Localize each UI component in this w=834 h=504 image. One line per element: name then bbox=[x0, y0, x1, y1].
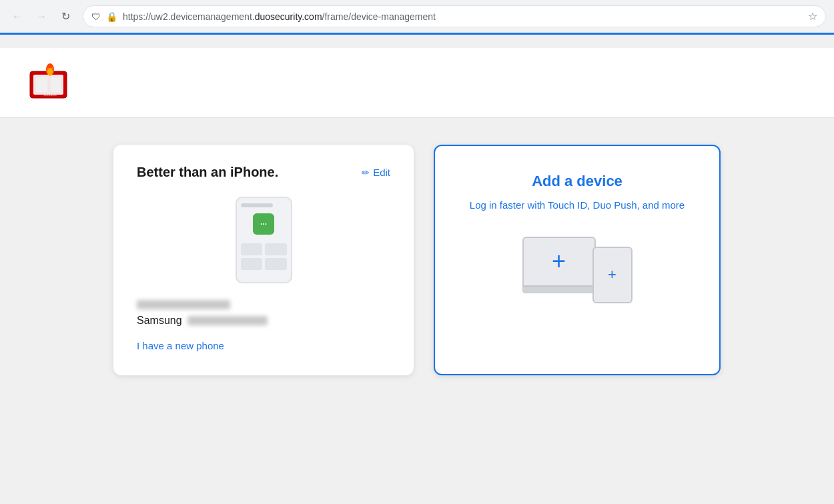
edit-icon: ✏ bbox=[362, 167, 370, 178]
lock-icon: 🔒 bbox=[106, 11, 117, 22]
browser-chrome: ← → ↻ 🛡 🔒 https://uw2.devicemanagement.d… bbox=[0, 0, 834, 35]
url-suffix: /frame/device-management bbox=[322, 11, 436, 22]
logo-area: SUCCESS bbox=[0, 48, 834, 118]
url-domain: duosecurity.com bbox=[255, 11, 322, 22]
phone-grid bbox=[241, 243, 287, 270]
main-content: Better than an iPhone. ✏ Edit ··· bbox=[0, 118, 834, 402]
laptop-base bbox=[522, 287, 602, 293]
device-title: Better than an iPhone. bbox=[137, 165, 278, 180]
laptop-mockup: + bbox=[522, 237, 602, 303]
add-device-subtitle: Log in faster with Touch ID, Duo Push, a… bbox=[470, 198, 685, 213]
url-prefix: https://uw2.devicemanagement. bbox=[123, 11, 255, 22]
new-phone-link[interactable]: I have a new phone bbox=[137, 340, 224, 351]
institution-logo: SUCCESS bbox=[27, 61, 73, 101]
model-brand: Samsung bbox=[137, 315, 182, 327]
reload-button[interactable]: ↻ bbox=[56, 7, 75, 26]
phone-top-bar bbox=[241, 203, 273, 207]
svg-rect-2 bbox=[35, 77, 48, 93]
phone-illustration: ··· bbox=[137, 197, 390, 283]
bookmark-button[interactable]: ☆ bbox=[808, 10, 817, 23]
small-device-mockup: + bbox=[592, 247, 633, 303]
svg-point-7 bbox=[47, 68, 53, 76]
add-device-title: Add a device bbox=[532, 173, 622, 190]
security-icon: 🛡 bbox=[91, 11, 101, 22]
forward-button[interactable]: → bbox=[32, 7, 51, 26]
phone-grid-item-4 bbox=[265, 258, 287, 270]
url-text: https://uw2.devicemanagement.duosecurity… bbox=[123, 11, 803, 22]
address-bar[interactable]: 🛡 🔒 https://uw2.devicemanagement.duosecu… bbox=[83, 5, 826, 27]
svg-rect-3 bbox=[50, 77, 61, 93]
laptop-screen: + bbox=[522, 237, 596, 287]
phone-grid-item-1 bbox=[241, 243, 263, 255]
edit-label: Edit bbox=[373, 167, 390, 178]
laptop-plus-icon: + bbox=[552, 249, 566, 273]
add-device-card[interactable]: Add a device Log in faster with Touch ID… bbox=[434, 145, 721, 375]
phone-grid-item-3 bbox=[241, 258, 263, 270]
device-info: Samsung bbox=[137, 300, 390, 327]
device-model: Samsung bbox=[137, 315, 390, 327]
browser-toolbar: ← → ↻ 🛡 🔒 https://uw2.devicemanagement.d… bbox=[0, 0, 834, 33]
phone-app-icon: ··· bbox=[253, 213, 274, 235]
device-card-header: Better than an iPhone. ✏ Edit bbox=[137, 165, 390, 180]
blurred-phone-number bbox=[137, 300, 230, 309]
edit-button[interactable]: ✏ Edit bbox=[362, 167, 390, 178]
back-button[interactable]: ← bbox=[8, 7, 27, 26]
phone-mockup: ··· bbox=[236, 197, 292, 283]
svg-text:SUCCESS: SUCCESS bbox=[43, 93, 57, 97]
device-card: Better than an iPhone. ✏ Edit ··· bbox=[113, 145, 414, 375]
nav-buttons: ← → ↻ bbox=[8, 7, 75, 26]
phone-grid-item-2 bbox=[265, 243, 287, 255]
small-device-plus-icon: + bbox=[608, 266, 616, 283]
add-device-illustration: + + bbox=[522, 237, 633, 303]
page-content: SUCCESS Better than an iPhone. ✏ Edit ··… bbox=[0, 35, 834, 502]
blurred-model-name bbox=[187, 316, 268, 325]
